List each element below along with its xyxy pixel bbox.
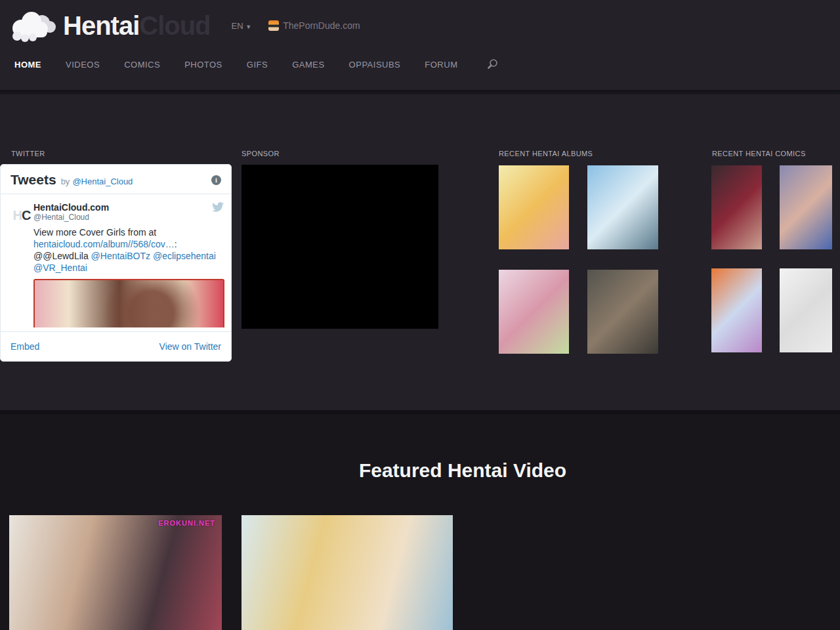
tweet-text: View more Cover Girls from at hentaiclou… [33, 226, 224, 274]
nav-item-oppaisubs[interactable]: OPPAISUBS [349, 60, 401, 70]
header: HentaiCloud EN ▼ ThePornDude.com HOMEVID… [0, 0, 840, 90]
cloud-logo-icon [9, 9, 58, 43]
featured-videos-row: EROKUNI.NET [0, 515, 840, 630]
porndude-icon [268, 20, 279, 31]
tweet-author-name[interactable]: HentaiCloud.com [33, 202, 109, 213]
recent-albums-grid [499, 165, 658, 354]
albums-section-label: RECENT HENTAI ALBUMS [499, 150, 593, 158]
featured-title: Featured Hentai Video [0, 414, 840, 482]
sponsor-ad-slot[interactable] [242, 165, 438, 329]
video-watermark: EROKUNI.NET [158, 519, 215, 527]
nav-item-forum[interactable]: FORUM [425, 60, 457, 70]
album-thumb-1[interactable] [499, 165, 569, 249]
comic-thumb-1[interactable] [711, 165, 762, 249]
tweets-by-label: by [61, 177, 70, 186]
recent-comics-grid [711, 165, 832, 352]
language-dropdown[interactable]: EN ▼ [232, 21, 252, 31]
album-thumb-2[interactable] [587, 165, 658, 249]
featured-video-2[interactable] [242, 515, 453, 630]
embed-link[interactable]: Embed [10, 341, 39, 352]
nav-item-home[interactable]: HOME [14, 60, 41, 70]
porndude-link[interactable]: ThePornDude.com [268, 20, 360, 31]
nav-item-videos[interactable]: VIDEOS [66, 60, 100, 70]
site-title: HentaiCloud [63, 12, 211, 39]
comic-thumb-4[interactable] [780, 268, 832, 352]
chevron-down-icon: ▼ [245, 24, 251, 30]
featured-video-1[interactable]: EROKUNI.NET [9, 515, 222, 630]
nav-item-gifs[interactable]: GIFS [247, 60, 268, 70]
album-thumb-4[interactable] [587, 270, 658, 354]
search-icon[interactable] [487, 58, 499, 70]
tweet-album-link[interactable]: hentaicloud.com/album//568/cov… [33, 239, 175, 249]
comics-section-label: RECENT HENTAI COMICS [712, 150, 806, 158]
header-divider [0, 90, 840, 94]
comic-thumb-3[interactable] [711, 268, 762, 352]
site-logo[interactable]: HentaiCloud [9, 9, 211, 43]
info-icon[interactable]: i [211, 175, 221, 185]
tweets-by-handle-link[interactable]: @Hentai_Cloud [72, 177, 133, 186]
tweet-mention-link[interactable]: @eclipsehentai [153, 251, 216, 261]
view-on-twitter-link[interactable]: View on Twitter [159, 341, 221, 352]
tweet-mention-link[interactable]: @VR_Hentai [33, 262, 87, 273]
tweet-avatar[interactable]: HC [10, 203, 33, 227]
main-nav: HOMEVIDEOSCOMICSPHOTOSGIFSGAMESOPPAISUBS… [0, 46, 840, 82]
comic-thumb-2[interactable] [780, 165, 832, 249]
tweets-title: Tweets [10, 172, 56, 188]
twitter-section-label: TWITTER [11, 150, 45, 158]
tweet-mention-link[interactable]: @HentaiBOTz [91, 251, 150, 261]
album-thumb-3[interactable] [499, 270, 569, 354]
tweet-media-thumbnail[interactable] [33, 279, 224, 327]
twitter-timeline-widget: Tweets by @Hentai_Cloud i HC HentaiCloud… [0, 164, 232, 362]
nav-item-comics[interactable]: COMICS [124, 60, 160, 70]
nav-item-photos[interactable]: PHOTOS [184, 60, 222, 70]
twitter-bird-icon[interactable] [211, 202, 224, 222]
tweet-author-handle: @Hentai_Cloud [33, 213, 109, 222]
featured-section: Featured Hentai Video EROKUNI.NET [0, 414, 840, 630]
nav-item-games[interactable]: GAMES [292, 60, 324, 70]
main-content: TWITTER SPONSOR RECENT HENTAI ALBUMS REC… [0, 94, 840, 410]
sponsor-section-label: SPONSOR [242, 150, 280, 158]
